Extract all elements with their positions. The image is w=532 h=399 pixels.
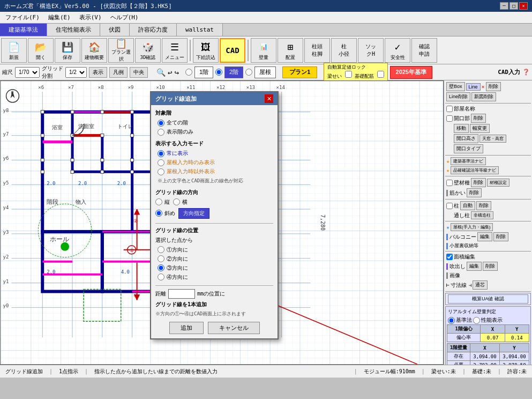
wall-box-btn[interactable]: 壁Box [446, 82, 465, 91]
floor1-radio[interactable] [185, 69, 192, 76]
year-btn[interactable]: 2025年基準 [390, 66, 432, 79]
dir4-radio[interactable] [158, 274, 164, 280]
center-btn[interactable]: 中央 [130, 67, 148, 78]
direction-specify-btn[interactable]: 方向指定 [178, 208, 209, 219]
balcony-edit-btn[interactable]: 編集 [477, 232, 492, 241]
dir3-option[interactable]: ③方向に [158, 264, 273, 272]
floor2-radio[interactable] [215, 69, 222, 76]
column-head-btn[interactable]: 柱頭柱脚 柱頭柱脚 [304, 38, 330, 63]
line-btn[interactable]: Line [466, 83, 481, 91]
delete-btn1[interactable]: 削除 [486, 82, 501, 91]
blowout-edit-btn[interactable]: 編集 [467, 262, 482, 271]
grid-select[interactable]: 1/2 [65, 67, 87, 78]
sock-btn[interactable]: ソックH ソックH [358, 38, 384, 63]
roof-only-option[interactable]: 屋根入力時のみ表示 [158, 159, 273, 166]
building-overview-btn[interactable]: 🏠 建物概要 [81, 38, 107, 63]
cad-btn[interactable]: CAD CAD [220, 38, 245, 63]
window-controls[interactable]: ─ □ × [500, 2, 528, 10]
dialog-close-btn[interactable]: ✕ [265, 94, 273, 103]
legend-btn[interactable]: 凡例 [109, 67, 128, 78]
wall-amount-btn[interactable]: 📊 壁量 [251, 38, 276, 63]
roof-only-radio[interactable] [158, 159, 164, 166]
distance-input[interactable] [168, 289, 195, 299]
display-btn[interactable]: 表示 [89, 67, 107, 78]
type-setting-btn[interactable]: 材種設定 [487, 179, 509, 187]
menu-view[interactable]: 表示(V) [76, 12, 105, 23]
quality-navi-btn[interactable]: 品確確認法等等級ナビ [451, 166, 499, 174]
ceiling-height-btn[interactable]: 天窓・高窓 [479, 135, 506, 143]
floor-roof-radio[interactable] [245, 69, 252, 76]
room-checkbox[interactable] [446, 106, 453, 112]
plan-btn[interactable]: プラン1 [282, 66, 317, 78]
maximize-btn[interactable]: □ [509, 2, 518, 10]
method-standard-radio[interactable] [448, 317, 455, 324]
open-type-btn[interactable]: 開口タイプ [454, 144, 483, 153]
placement-btn[interactable]: ⊞ 配置 [278, 38, 303, 63]
confirm-apply-btn[interactable]: 確認申請 確認申請 [411, 38, 437, 63]
column-checkbox[interactable] [446, 203, 453, 209]
close-btn[interactable]: × [519, 2, 528, 10]
always-show-radio[interactable] [158, 150, 164, 157]
diagonal-option[interactable]: 斜め [155, 210, 175, 217]
building-navi-btn[interactable]: 建築基準法ナビ [451, 157, 486, 165]
filler-delete-btn[interactable]: 削除 [467, 188, 482, 197]
tab-performance[interactable]: 住宅性能表示 [47, 24, 100, 36]
col-auto-btn[interactable]: 自動 [460, 201, 475, 210]
horizontal-option[interactable]: 横 [173, 198, 188, 206]
dir2-option[interactable]: ②方向に [158, 255, 273, 263]
open-btn[interactable]: 📂 開く [28, 38, 54, 63]
horizontal-radio[interactable] [173, 198, 180, 205]
move-btn[interactable]: 移動 [454, 124, 469, 133]
blowout-delete-btn[interactable]: 削除 [483, 262, 498, 271]
plan-select-btn[interactable]: 📋 プラン選択 [108, 38, 134, 63]
menu-edit[interactable]: 編集(E) [45, 12, 74, 23]
line-delete-btn[interactable]: Line削除 [446, 92, 470, 101]
current-floor-radio[interactable] [158, 129, 164, 136]
help-icon[interactable]: ❓ [522, 69, 530, 76]
width-change-btn[interactable]: 幅変更 [470, 124, 490, 133]
dir2-radio[interactable] [158, 255, 164, 262]
diagonal-radio[interactable] [155, 210, 162, 217]
tab-wallstat[interactable]: wallstat [177, 24, 223, 36]
auto-lock-checkbox[interactable] [345, 71, 352, 78]
floor-roof-btn[interactable]: 屋根 [254, 66, 276, 78]
tab-building-standard[interactable]: 建築基準法 [0, 24, 47, 36]
current-floor-option[interactable]: 表示階のみ [158, 128, 273, 136]
scale-select[interactable]: 1/70 [15, 67, 40, 78]
opening-delete-btn[interactable]: 削除 [471, 114, 486, 123]
cancel-btn[interactable]: キャンセル [208, 322, 260, 334]
col-delete-btn[interactable]: 削除 [476, 201, 491, 210]
menu-btn[interactable]: ☰ メニュー [162, 38, 188, 63]
all-floors-radio[interactable] [158, 120, 164, 127]
dir4-option[interactable]: ④方向に [158, 274, 273, 281]
dir3-radio[interactable] [158, 264, 164, 271]
through-btn[interactable]: 通芯 [473, 280, 488, 290]
area-checkbox[interactable] [446, 254, 453, 260]
wall-type-checkbox[interactable] [446, 180, 453, 186]
roof-btn[interactable]: 屋根(手入力・編集) [451, 223, 493, 231]
method-performance-radio[interactable] [473, 317, 480, 324]
vertical-radio[interactable] [155, 198, 162, 205]
new-btn[interactable]: 📄 新規 [1, 38, 27, 63]
save-btn[interactable]: 💾 保存 [55, 38, 80, 63]
tab-floor-plan[interactable]: 伏図 [100, 24, 130, 36]
safety-btn[interactable]: ✓ 安全性 [385, 38, 410, 63]
vertical-option[interactable]: 縦 [155, 198, 170, 206]
add-btn[interactable]: 追加 [169, 322, 204, 334]
non-pillar-btn[interactable]: 非構造柱 [471, 211, 493, 219]
floor2-btn[interactable]: 2階 [224, 66, 243, 78]
dir1-option[interactable]: ①方向に [158, 246, 273, 254]
always-show-option[interactable]: 常に表示 [158, 150, 273, 157]
new-area-delete-btn[interactable]: 新図削除 [471, 92, 496, 101]
balcony-delete-btn[interactable]: 削除 [493, 232, 508, 241]
open-height-btn[interactable]: 開口高さ [454, 134, 478, 143]
column-dia-btn[interactable]: 柱小径 柱小径 [331, 38, 357, 63]
minimize-btn[interactable]: ─ [500, 2, 508, 10]
menu-help[interactable]: ヘルプ(H) [107, 12, 142, 23]
ua-confirm-btn[interactable]: 概算UA値 確認 [448, 294, 528, 304]
wall-delete-btn[interactable]: 削除 [471, 178, 486, 187]
opening-checkbox[interactable] [446, 115, 453, 122]
non-roof-option[interactable]: 屋根入力時以外表示 [158, 168, 273, 175]
menu-file[interactable]: ファイル(F) [2, 12, 43, 23]
3d-check-btn[interactable]: 🎲 3D確認 [135, 38, 161, 63]
